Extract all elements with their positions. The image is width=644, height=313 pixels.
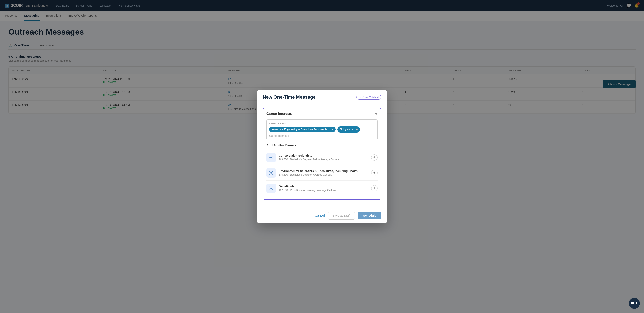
- badge-text: Scoir Matched: [362, 96, 378, 99]
- modal: New One-Time Message ✦ Scoir Matched Car…: [257, 90, 387, 121]
- career-input-area[interactable]: Career Interests Aerospace Engineering &…: [266, 120, 378, 121]
- modal-header: New One-Time Message ✦ Scoir Matched: [257, 90, 387, 104]
- chevron-down-icon: ∨: [375, 112, 378, 116]
- badge-star-icon: ✦: [359, 96, 361, 99]
- career-box-title: Career Interests: [266, 112, 292, 116]
- modal-body: Career Interests ∨ Career Interests Aero…: [257, 104, 387, 121]
- modal-overlay[interactable]: New One-Time Message ✦ Scoir Matched Car…: [0, 0, 644, 120]
- modal-title: New One-Time Message: [263, 94, 316, 100]
- career-box-header[interactable]: Career Interests ∨: [266, 112, 378, 116]
- career-interests-box: Career Interests ∨ Career Interests Aero…: [263, 108, 381, 121]
- scoir-matched-badge: ✦ Scoir Matched: [356, 95, 381, 100]
